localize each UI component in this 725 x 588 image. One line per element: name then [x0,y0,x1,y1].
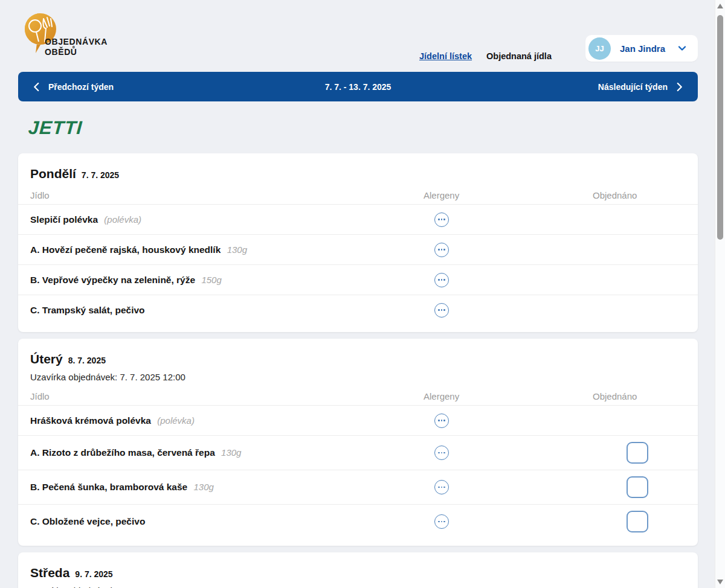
ellipsis-icon [438,452,440,454]
previous-week-label: Předchozí týden [48,82,114,92]
next-week-button[interactable]: Následující týden [585,72,698,101]
meal-row: B. Pečená šunka, bramborová kaše 130g [18,470,698,504]
ellipsis-icon [438,487,440,488]
table-header-row: Jídlo Alergeny Objednáno [18,385,698,405]
meal-row: B. Vepřové výpečky na zelenině, rýže 150… [18,264,698,295]
meal-row: A. Hovězí pečeně rajská, houskový knedlí… [18,234,698,264]
previous-week-button[interactable]: Předchozí týden [18,72,127,101]
allergen-info-button[interactable] [434,243,449,257]
day-title: Úterý [30,352,63,366]
meal-row: Hrášková krémová polévka (polévka) [18,405,698,435]
order-checkbox[interactable] [627,442,648,464]
user-menu[interactable]: JJ Jan Jindra [585,35,698,62]
meal-rows: Hrášková krémová polévka (polévka) A. Ri… [18,405,698,538]
meal-name: C. Obložené vejce, pečivo [30,516,145,526]
day-cards: Pondělí 7. 7. 2025 Jídlo Alergeny Objedn… [18,153,698,588]
ellipsis-icon [438,420,440,421]
meal-name: B. Pečená šunka, bramborová kaše [30,482,187,492]
day-title: Pondělí [30,167,76,181]
scrollbar-thumb[interactable] [717,15,723,240]
meal-name: Hrášková krémová polévka [30,415,151,426]
column-header-ordered: Objednáno [593,190,686,200]
meal-name: B. Vepřové výpečky na zelenině, rýže [30,275,195,285]
meal-note: 130g [227,244,247,255]
column-header-allergens: Alergeny [424,391,593,401]
meal-note: 150g [201,275,221,285]
day-date: 9. 7. 2025 [75,569,112,579]
main-viewport: OBJEDNÁVKA OBĚDŮ Jídelní lístek Objednan… [0,0,715,588]
day-card: Úterý 8. 7. 2025 Uzavírka objednávek: 7.… [18,339,698,546]
meal-note: 130g [221,447,241,458]
meal-name: Slepičí polévka [30,214,98,225]
ellipsis-icon [438,219,440,220]
allergen-info-button[interactable] [434,514,449,529]
week-range: 7. 7. - 13. 7. 2025 [325,82,392,92]
allergen-info-button[interactable] [434,273,449,287]
column-header-ordered: Objednáno [593,391,686,401]
provider-logo: JETTI [28,117,83,139]
order-checkbox[interactable] [627,511,648,532]
app-title: OBJEDNÁVKA OBĚDŮ [45,37,108,57]
meal-note: (polévka) [157,415,195,426]
column-header-meal: Jídlo [30,190,424,200]
chevron-right-icon [674,81,685,92]
nav-menu-link[interactable]: Jídelní lístek [419,51,472,61]
scroll-up-arrow-icon[interactable] [717,4,723,8]
meal-name: A. Hovězí pečeně rajská, houskový knedlí… [30,244,221,255]
meal-rows: Slepičí polévka (polévka) A. Hovězí peče… [18,204,698,325]
ellipsis-icon [438,279,440,281]
meal-note: 130g [194,482,214,492]
allergen-info-button[interactable] [434,480,449,494]
meal-name: C. Trampský salát, pečivo [30,305,145,315]
allergen-info-button[interactable] [434,414,449,428]
allergen-info-button[interactable] [434,303,449,318]
meal-row: A. Rizoto z drůbežího masa, červená řepa… [18,435,698,470]
allergen-info-button[interactable] [434,446,449,460]
meal-name: A. Rizoto z drůbežího masa, červená řepa [30,447,215,458]
top-header: OBJEDNÁVKA OBĚDŮ Jídelní lístek Objednan… [18,0,698,72]
day-date: 8. 7. 2025 [68,356,106,365]
next-week-label: Následující týden [598,82,668,92]
chevron-down-icon [677,43,687,53]
day-card: Pondělí 7. 7. 2025 Jídlo Alergeny Objedn… [18,153,698,332]
meal-row: Slepičí polévka (polévka) [18,204,698,234]
column-header-allergens: Alergeny [424,190,593,200]
scroll-down-arrow-icon[interactable] [717,580,723,584]
allergen-info-button[interactable] [434,213,449,227]
meal-note: (polévka) [104,214,141,225]
day-title: Středa [30,566,69,580]
nav-ordered-link[interactable]: Objednaná jídla [486,51,552,61]
vertical-scrollbar[interactable] [715,0,725,588]
table-header-row: Jídlo Alergeny Objednáno [18,184,698,204]
ellipsis-icon [438,249,440,251]
ellipsis-icon [438,309,440,311]
chevron-left-icon [31,81,42,92]
day-date: 7. 7. 2025 [82,170,119,180]
meal-row: C. Trampský salát, pečivo [18,295,698,325]
week-navigation-bar: Předchozí týden 7. 7. - 13. 7. 2025 Násl… [18,72,698,101]
user-name: Jan Jindra [620,43,665,54]
order-deadline: Uzavírka objednávek: 8. 7. 2025 12:00 [30,586,686,588]
day-card: Středa 9. 7. 2025 Uzavírka objednávek: 8… [18,552,698,588]
order-deadline: Uzavírka objednávek: 7. 7. 2025 12:00 [30,372,686,382]
order-checkbox[interactable] [627,476,648,498]
ellipsis-icon [438,521,440,523]
meal-row: C. Obložené vejce, pečivo [18,504,698,538]
column-header-meal: Jídlo [30,391,424,401]
avatar: JJ [588,37,611,60]
